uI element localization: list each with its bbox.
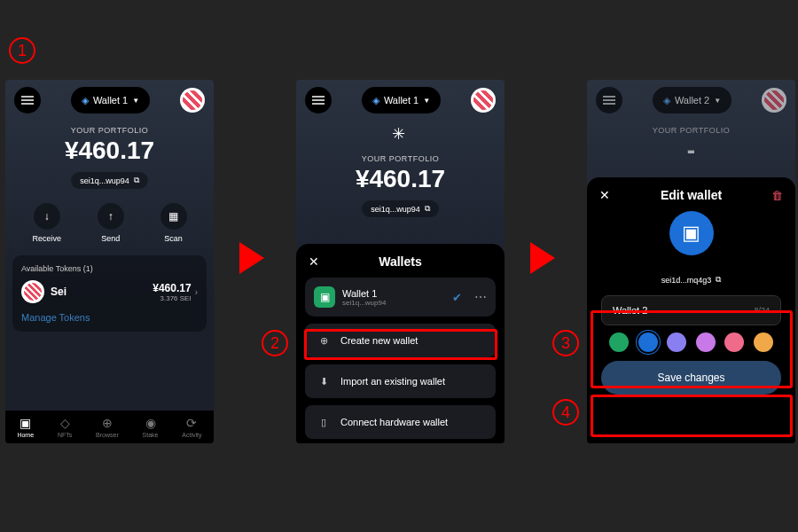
hamburger-icon: [21, 96, 34, 105]
nav-nfts[interactable]: ◇NFTs: [58, 416, 72, 438]
step-badge-4: 4: [552, 399, 579, 426]
char-count: 8/24: [754, 306, 770, 315]
hamburger-icon: [312, 96, 325, 105]
color-rose[interactable]: [724, 332, 744, 352]
color-green[interactable]: [609, 332, 629, 352]
import-icon: ⬇: [316, 373, 332, 389]
portfolio-label: YOUR PORTFOLIO: [587, 126, 795, 135]
hardware-wallet-button[interactable]: ▯ Connect hardware wallet: [305, 405, 496, 439]
home-icon: ▣: [19, 416, 33, 430]
nav-home[interactable]: ▣Home: [17, 416, 34, 438]
color-purple[interactable]: [667, 332, 686, 352]
tokens-card: Available Tokens (1) Sei ¥460.17 3.376 S…: [12, 255, 207, 332]
token-value: ¥460.17: [153, 282, 191, 294]
send-label: Send: [101, 234, 120, 243]
app-logo: [180, 88, 205, 113]
check-icon: ✔: [452, 291, 462, 304]
wallet-row[interactable]: ▣ Wallet 1 sei1q...wup94 ✔ ⋯: [305, 278, 496, 317]
loading-spinner-icon: [392, 124, 410, 142]
tokens-header: Available Tokens (1): [21, 264, 198, 273]
create-wallet-label: Create new wallet: [340, 335, 418, 346]
color-blue[interactable]: [638, 332, 658, 352]
sheet-title: Edit wallet: [661, 188, 722, 202]
address-pill[interactable]: sei1q...wup94 ⧉: [362, 200, 439, 217]
color-picker: [605, 332, 778, 352]
token-row[interactable]: Sei ¥460.17 3.376 SEI ›: [21, 280, 198, 303]
color-pink[interactable]: [696, 332, 716, 352]
address-text: sei1d...mq4g3: [661, 276, 712, 285]
diamond-icon: ◈: [663, 95, 670, 106]
delete-button[interactable]: 🗑: [771, 189, 783, 202]
hardware-wallet-label: Connect hardware wallet: [340, 417, 448, 427]
sheet-title: Wallets: [379, 254, 422, 269]
menu-button[interactable]: [14, 87, 41, 113]
address-text: sei1q...wup94: [80, 176, 129, 185]
chevron-down-icon: ▼: [714, 97, 721, 105]
wallet-name-value: Wallet 2: [613, 305, 647, 316]
receive-button[interactable]: ↓ Receive: [32, 203, 61, 243]
nav-activity[interactable]: ⟳Activity: [182, 416, 201, 438]
upload-icon: ↑: [108, 210, 113, 223]
receive-label: Receive: [32, 234, 61, 243]
nav-stake[interactable]: ◉Stake: [143, 416, 159, 438]
address-pill[interactable]: sei1d...mq4g3 ⧉: [653, 271, 731, 288]
wallet-avatar: ▣: [669, 211, 714, 255]
step-badge-2: 2: [262, 330, 288, 356]
wallet-selector-label: Wallet 1: [384, 95, 419, 106]
wallet-name-input[interactable]: Wallet 2 8/24: [601, 295, 781, 325]
wallet-icon: ▣: [314, 286, 335, 308]
wallet-row-addr: sei1q...wup94: [342, 299, 386, 307]
close-button[interactable]: ✕: [309, 254, 319, 269]
hardware-icon: ▯: [316, 414, 332, 430]
copy-icon: ⧉: [716, 275, 721, 285]
chevron-right-icon: ›: [195, 287, 198, 297]
wallet-selector[interactable]: ◈ Wallet 2 ▼: [653, 87, 732, 113]
phone-screen-3: ◈ Wallet 2 ▼ YOUR PORTFOLIO - ✕ Edit wal…: [587, 80, 795, 443]
token-name: Sei: [51, 286, 66, 298]
diamond-icon: ◈: [372, 95, 379, 106]
scan-button[interactable]: ▦ Scan: [160, 203, 187, 243]
portfolio-value: -: [587, 137, 795, 165]
arrow-icon: [530, 242, 555, 274]
bottom-nav: ▣Home ◇NFTs ⊕Browser ◉Stake ⟳Activity: [5, 411, 214, 443]
import-wallet-label: Import an existing wallet: [340, 376, 445, 387]
send-button[interactable]: ↑ Send: [98, 203, 124, 243]
arrow-icon: [239, 242, 264, 274]
wallet-row-name: Wallet 1: [342, 288, 386, 299]
hamburger-icon: [603, 96, 615, 105]
step-badge-1: 1: [9, 37, 35, 64]
nav-browser[interactable]: ⊕Browser: [96, 416, 119, 438]
step-badge-3: 3: [552, 330, 579, 356]
portfolio-label: YOUR PORTFOLIO: [296, 154, 505, 163]
phone-screen-1: ◈ Wallet 1 ▼ YOUR PORTFOLIO ¥460.17 sei1…: [5, 80, 214, 443]
create-wallet-button[interactable]: ⊕ Create new wallet: [305, 324, 496, 357]
globe-icon: ⊕: [100, 416, 114, 430]
import-wallet-button[interactable]: ⬇ Import an existing wallet: [305, 364, 496, 398]
manage-tokens-link[interactable]: Manage Tokens: [21, 312, 198, 323]
wallet-selector-label: Wallet 1: [93, 95, 128, 106]
more-icon[interactable]: ⋯: [474, 290, 487, 304]
portfolio-value: ¥460.17: [296, 165, 505, 193]
chevron-down-icon: ▼: [132, 97, 139, 105]
qr-icon: ▦: [168, 210, 178, 223]
wallet-selector[interactable]: ◈ Wallet 1 ▼: [71, 87, 150, 113]
color-orange[interactable]: [754, 332, 773, 352]
portfolio-label: YOUR PORTFOLIO: [5, 126, 214, 135]
close-button[interactable]: ✕: [599, 188, 610, 202]
menu-button[interactable]: [305, 87, 332, 113]
plus-icon: ⊕: [316, 332, 332, 348]
wallets-sheet: ✕ Wallets ▣ Wallet 1 sei1q...wup94 ✔ ⋯ ⊕…: [296, 244, 505, 443]
phone-screen-2: ◈ Wallet 1 ▼ YOUR PORTFOLIO ¥460.17 sei1…: [296, 80, 505, 443]
address-pill[interactable]: sei1q...wup94 ⧉: [71, 172, 148, 189]
scan-label: Scan: [164, 234, 183, 243]
chevron-down-icon: ▼: [423, 97, 430, 105]
download-icon: ↓: [44, 210, 50, 223]
stake-icon: ◉: [144, 416, 158, 430]
wallet-selector[interactable]: ◈ Wallet 1 ▼: [362, 87, 441, 113]
menu-button[interactable]: [596, 87, 622, 113]
nft-icon: ◇: [58, 416, 72, 430]
activity-icon: ⟳: [184, 416, 199, 430]
app-logo: [762, 88, 786, 113]
portfolio-value: ¥460.17: [5, 137, 214, 165]
save-button[interactable]: Save changes: [601, 361, 781, 395]
